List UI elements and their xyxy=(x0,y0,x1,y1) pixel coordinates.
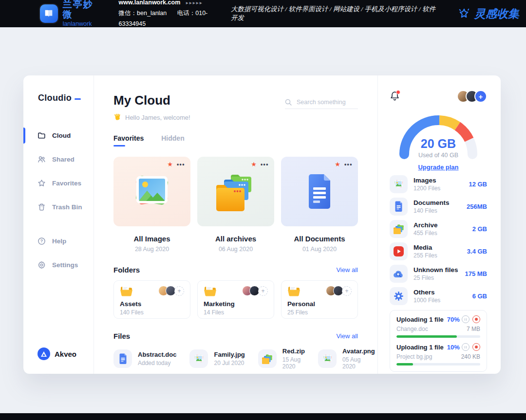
people-icon xyxy=(38,155,46,164)
add-member-button[interactable]: + xyxy=(258,286,268,296)
category-row-others[interactable]: Others1000 Files 6 GB xyxy=(390,285,487,307)
add-member-button[interactable]: + xyxy=(174,286,184,296)
category-size: 2 GB xyxy=(472,225,487,233)
favorite-star-icon[interactable]: ★ xyxy=(335,161,340,167)
open-folder-icon xyxy=(120,286,133,297)
category-size: 3.4 GB xyxy=(467,248,487,255)
storage-panel: + 20 GB Used of 40 GB Upgrade plan Image… xyxy=(377,75,501,374)
notification-dot xyxy=(396,90,400,94)
play-button-icon xyxy=(394,246,404,256)
favorite-star-icon[interactable]: ★ xyxy=(251,161,257,167)
more-options-icon[interactable]: ••• xyxy=(177,162,185,167)
pause-upload-icon[interactable] xyxy=(462,343,470,351)
file-item-family-jpg[interactable]: Family.jpg 20 Jul 2020 xyxy=(189,347,244,370)
app-logo: Cloudio xyxy=(23,93,94,103)
category-row-documents[interactable]: Documents140 Files 256MB xyxy=(390,195,487,218)
upload-percent: 70% xyxy=(447,316,460,323)
upgrade-plan-link[interactable]: Upgrade plan xyxy=(399,164,477,171)
favorite-star-icon[interactable]: ★ xyxy=(167,161,173,167)
category-size: 175 MB xyxy=(465,270,487,277)
search-icon xyxy=(285,99,292,106)
add-user-button[interactable]: + xyxy=(474,90,487,103)
sidebar-item-trash-bin[interactable]: Trash Bin xyxy=(23,195,94,219)
svg-text:?: ? xyxy=(40,238,43,243)
sidebar-item-label: Help xyxy=(52,237,66,245)
star-icon xyxy=(38,179,46,187)
sidebar-item-cloud[interactable]: Cloud xyxy=(23,124,94,147)
gear-icon xyxy=(38,261,46,269)
files-row: Abstract.doc Added today Family.jpg 20 J… xyxy=(113,347,358,370)
tab-favorites[interactable]: Favorites xyxy=(113,134,144,146)
akveo-logo-icon xyxy=(38,347,50,360)
sidebar-item-label: Trash Bin xyxy=(52,203,82,211)
nav-divider-gap xyxy=(23,219,94,229)
storage-caption: Used of 40 GB xyxy=(399,152,477,159)
more-options-icon[interactable]: ••• xyxy=(344,162,353,167)
category-row-images[interactable]: Images1200 Files 12 GB xyxy=(390,173,487,195)
file-item-abstract-doc[interactable]: Abstract.doc Added today xyxy=(113,347,176,370)
sidebar-item-label: Shared xyxy=(52,156,75,163)
sidebar-item-label: Favorites xyxy=(52,180,81,187)
files-view-all-link[interactable]: View all xyxy=(336,332,358,340)
image-icon xyxy=(194,354,204,364)
card-all-images[interactable]: ★ ••• xyxy=(113,157,190,253)
folders-view-all-link[interactable]: View all xyxy=(336,266,358,274)
sidebar-item-favorites[interactable]: Favorites xyxy=(23,171,94,195)
category-row-media[interactable]: Media255 Files 3.4 GB xyxy=(390,240,487,262)
category-size: 256MB xyxy=(467,203,487,210)
search-input[interactable] xyxy=(296,98,357,106)
folder-icon xyxy=(38,131,46,140)
card-all-archives[interactable]: ★ ••• All archives 06 Aug 2020 xyxy=(197,157,274,253)
trash-icon xyxy=(38,203,46,211)
sidebar-item-label: Settings xyxy=(52,261,78,269)
tab-hidden[interactable]: Hidden xyxy=(161,134,184,146)
banner-logo-subtitle: lanlanwork xyxy=(63,21,102,28)
document-icon xyxy=(394,201,403,212)
upload-filename: Change.doc xyxy=(396,326,428,332)
banner-url: www.lanlanwork.com xyxy=(119,0,181,6)
pause-upload-icon[interactable] xyxy=(462,315,470,323)
sidebar-nav: Cloud Shared Favorites Trash Bin ? Help xyxy=(23,124,94,277)
folder-card-marketing[interactable]: + Marketing 14 Files xyxy=(197,280,274,319)
storage-used-value: 20 GB xyxy=(399,137,477,151)
add-member-button[interactable]: + xyxy=(342,286,352,296)
upload-filesize: 7 MB xyxy=(467,326,480,332)
sparkle-star-icon xyxy=(458,7,470,20)
banner-collect-brand: 灵感收集 xyxy=(458,6,519,21)
upload-percent: 10% xyxy=(447,344,460,351)
more-options-icon[interactable]: ••• xyxy=(261,162,269,167)
greeting-text: Hello James, welcome! xyxy=(125,114,190,121)
folder-card-personal[interactable]: + Personal 25 Files xyxy=(281,280,358,319)
notifications-bell-icon[interactable] xyxy=(390,91,400,102)
banner-services: 大数据可视化设计 / 软件界面设计 / 网站建设 / 手机及小程序设计 / 软件… xyxy=(231,5,441,22)
akveo-brand[interactable]: Akveo xyxy=(38,347,76,360)
document-icon xyxy=(118,353,128,365)
upload-filesize: 240 KB xyxy=(461,353,480,360)
file-item-avatar-png[interactable]: Avatar.png 05 Aug 2020 xyxy=(318,347,375,370)
file-item-red-zip[interactable]: Red.zip 15 Aug 2020 xyxy=(258,347,305,370)
page-bottom-strip xyxy=(0,413,526,420)
image-icon xyxy=(394,179,404,189)
storage-gauge: 20 GB Used of 40 GB Upgrade plan xyxy=(399,114,477,172)
category-row-unknown-files[interactable]: Unknown files25 Files 175 MB xyxy=(390,262,487,285)
folder-card-assets[interactable]: + Assets 140 Files xyxy=(113,280,190,319)
active-tab-underline xyxy=(113,145,125,146)
folders-heading: Folders xyxy=(113,266,140,274)
category-list: Images1200 Files 12 GB Documents140 File… xyxy=(390,173,487,307)
banner-logo-title: 兰亭妙微 xyxy=(63,0,102,20)
sidebar: Cloudio Cloud Shared Favorites Trash Bin… xyxy=(23,75,94,374)
sidebar-item-help[interactable]: ? Help xyxy=(23,229,94,253)
cancel-upload-icon[interactable] xyxy=(472,315,480,323)
uploads-card: Uploading 1 file 70% Change.doc 7 MB Upl… xyxy=(390,310,487,372)
folders-stack-icon xyxy=(213,171,258,212)
sidebar-item-shared[interactable]: Shared xyxy=(23,147,94,171)
search-box[interactable] xyxy=(285,96,358,109)
category-row-archive[interactable]: Archive455 Files 2 GB xyxy=(390,218,487,240)
cancel-upload-icon[interactable] xyxy=(472,343,480,351)
images-stack-icon xyxy=(130,171,174,212)
logo-dash-decoration xyxy=(75,98,81,100)
card-all-documents[interactable]: ★ ••• All Documents 01 Aug 2020 xyxy=(281,157,358,253)
category-size: 6 GB xyxy=(472,292,487,300)
sidebar-item-settings[interactable]: Settings xyxy=(23,253,94,277)
cloud-search-icon xyxy=(393,270,404,278)
